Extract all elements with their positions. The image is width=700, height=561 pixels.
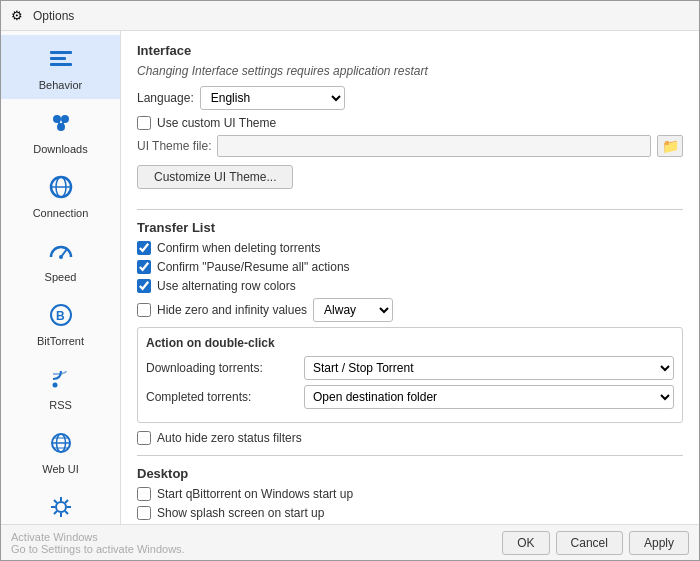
language-label: Language:: [137, 91, 194, 105]
activate-text: Activate WindowsGo to Settings to activa…: [11, 531, 185, 555]
double-click-subsection: Action on double-click Downloading torre…: [137, 327, 683, 423]
confirm-pause-row: Confirm "Pause/Resume all" actions: [137, 260, 683, 274]
alternating-rows-checkbox[interactable]: [137, 279, 151, 293]
start-qbit-label: Start qBittorrent on Windows start up: [157, 487, 353, 501]
window-title: Options: [33, 9, 74, 23]
hide-zero-row: Hide zero and infinity values Always Nev…: [137, 298, 683, 322]
alternating-rows-row: Use alternating row colors: [137, 279, 683, 293]
downloading-select[interactable]: Start / Stop Torrent Open None: [304, 356, 674, 380]
confirm-delete-checkbox[interactable]: [137, 241, 151, 255]
use-custom-theme-label: Use custom UI Theme: [157, 116, 276, 130]
confirm-delete-row: Confirm when deleting torrents: [137, 241, 683, 255]
advanced-icon: [45, 491, 77, 523]
svg-rect-1: [50, 57, 66, 60]
transfer-list-title: Transfer List: [137, 220, 683, 235]
sidebar-item-bittorrent[interactable]: B BitTorrent: [1, 291, 120, 355]
transfer-list-section: Transfer List Confirm when deleting torr…: [137, 220, 683, 445]
customize-btn-row: Customize UI Theme...: [137, 165, 683, 199]
sidebar-label-behavior: Behavior: [39, 79, 82, 91]
customize-theme-btn[interactable]: Customize UI Theme...: [137, 165, 293, 189]
theme-file-label: UI Theme file:: [137, 139, 211, 153]
svg-rect-2: [50, 63, 72, 66]
sidebar-label-connection: Connection: [33, 207, 89, 219]
svg-text:B: B: [56, 309, 65, 323]
theme-file-browse-btn[interactable]: 📁: [657, 135, 683, 157]
auto-hide-checkbox[interactable]: [137, 431, 151, 445]
sidebar-label-downloads: Downloads: [33, 143, 87, 155]
confirm-pause-label: Confirm "Pause/Resume all" actions: [157, 260, 350, 274]
svg-point-21: [56, 502, 66, 512]
sidebar-label-rss: RSS: [49, 399, 72, 411]
desktop-title: Desktop: [137, 466, 683, 481]
sidebar-label-webui: Web UI: [42, 463, 78, 475]
sidebar-label-bittorrent: BitTorrent: [37, 335, 84, 347]
activate-windows-note: Activate WindowsGo to Settings to activa…: [11, 531, 496, 555]
window-icon: ⚙: [11, 8, 27, 24]
divider-2: [137, 455, 683, 456]
hide-zero-select[interactable]: Always Never When idle: [313, 298, 393, 322]
sidebar-label-speed: Speed: [45, 271, 77, 283]
language-row: Language: English French German Spanish: [137, 86, 683, 110]
confirm-delete-label: Confirm when deleting torrents: [157, 241, 320, 255]
desktop-section: Desktop Start qBittorrent on Windows sta…: [137, 466, 683, 520]
use-custom-theme-checkbox[interactable]: [137, 116, 151, 130]
ok-button[interactable]: OK: [502, 531, 549, 555]
connection-icon: [45, 171, 77, 203]
double-click-title: Action on double-click: [146, 336, 674, 350]
sidebar: Behavior ➤ Downloads: [1, 31, 121, 524]
language-select[interactable]: English French German Spanish: [200, 86, 345, 110]
bittorrent-icon: B: [45, 299, 77, 331]
downloads-icon: [45, 107, 77, 139]
start-qbit-checkbox[interactable]: [137, 487, 151, 501]
svg-point-12: [59, 255, 63, 259]
show-splash-row: Show splash screen on start up: [137, 506, 683, 520]
speed-icon: [45, 235, 77, 267]
cancel-button[interactable]: Cancel: [556, 531, 623, 555]
footer-bar: Activate WindowsGo to Settings to activa…: [1, 524, 699, 560]
sidebar-item-webui[interactable]: Web UI: [1, 419, 120, 483]
content-area: Interface Changing Interface settings re…: [121, 31, 699, 524]
theme-file-row: UI Theme file: 📁: [137, 135, 683, 157]
downloading-label: Downloading torrents:: [146, 361, 296, 375]
alternating-rows-label: Use alternating row colors: [157, 279, 296, 293]
show-splash-label: Show splash screen on start up: [157, 506, 324, 520]
confirm-pause-checkbox[interactable]: [137, 260, 151, 274]
completed-label: Completed torrents:: [146, 390, 296, 404]
main-content: Behavior ➤ Downloads: [1, 31, 699, 524]
behavior-icon: [45, 43, 77, 75]
rss-icon: [45, 363, 77, 395]
svg-point-15: [52, 383, 57, 388]
auto-hide-row: Auto hide zero status filters: [137, 431, 683, 445]
interface-title: Interface: [137, 43, 683, 58]
sidebar-item-connection[interactable]: Connection: [1, 163, 120, 227]
hide-zero-checkbox[interactable]: [137, 303, 151, 317]
downloading-torrents-row: Downloading torrents: Start / Stop Torre…: [146, 356, 674, 380]
restart-note: Changing Interface settings requires app…: [137, 64, 683, 78]
start-qbit-row: Start qBittorrent on Windows start up: [137, 487, 683, 501]
options-window: ⚙ Options Behavior ➤: [0, 0, 700, 561]
theme-file-input[interactable]: [217, 135, 651, 157]
auto-hide-label: Auto hide zero status filters: [157, 431, 302, 445]
interface-section: Interface Changing Interface settings re…: [137, 43, 683, 199]
webui-icon: [45, 427, 77, 459]
show-splash-checkbox[interactable]: [137, 506, 151, 520]
title-bar: ⚙ Options: [1, 1, 699, 31]
svg-rect-0: [50, 51, 72, 54]
sidebar-item-downloads[interactable]: Downloads: [1, 99, 120, 163]
sidebar-item-rss[interactable]: RSS: [1, 355, 120, 419]
apply-button[interactable]: Apply: [629, 531, 689, 555]
hide-zero-label: Hide zero and infinity values: [157, 303, 307, 317]
sidebar-item-behavior[interactable]: Behavior ➤: [1, 35, 120, 99]
sidebar-item-speed[interactable]: Speed: [1, 227, 120, 291]
sidebar-item-advanced[interactable]: Advanced: [1, 483, 120, 524]
divider-1: [137, 209, 683, 210]
completed-torrents-row: Completed torrents: Open destination fol…: [146, 385, 674, 409]
completed-select[interactable]: Open destination folder Open None: [304, 385, 674, 409]
use-custom-theme-row: Use custom UI Theme: [137, 116, 683, 130]
